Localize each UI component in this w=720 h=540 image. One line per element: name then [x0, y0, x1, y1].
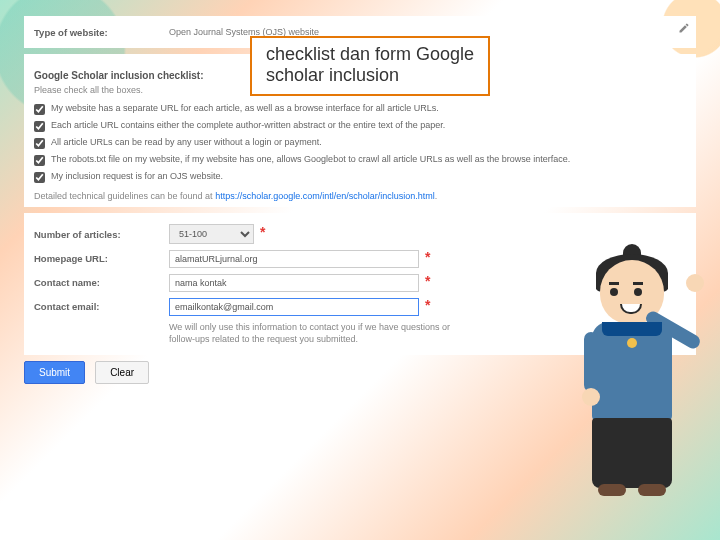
checklist-item-text: Each article URL contains either the com…: [51, 120, 445, 132]
checkbox-1[interactable]: [34, 104, 45, 115]
checklist-item-text: My website has a separate URL for each a…: [51, 103, 439, 115]
checklist-item-text: The robots.txt file on my website, if my…: [51, 154, 570, 166]
submit-button[interactable]: Submit: [24, 361, 85, 384]
checklist-item: My website has a separate URL for each a…: [34, 103, 686, 115]
checkbox-4[interactable]: [34, 155, 45, 166]
checklist-item: All article URLs can be read by any user…: [34, 137, 686, 149]
form-note: We will only use this information to con…: [169, 322, 469, 345]
contact-name-label: Contact name:: [34, 277, 169, 288]
contact-email-input[interactable]: [169, 298, 419, 316]
homepage-url-input[interactable]: [169, 250, 419, 268]
checklist-item-text: All article URLs can be read by any user…: [51, 137, 322, 149]
checklist-item: My inclusion request is for an OJS websi…: [34, 171, 686, 183]
required-marker: *: [425, 297, 430, 313]
required-marker: *: [425, 273, 430, 289]
checklist-item: Each article URL contains either the com…: [34, 120, 686, 132]
clear-button[interactable]: Clear: [95, 361, 149, 384]
checkbox-3[interactable]: [34, 138, 45, 149]
avatar-illustration: [562, 260, 702, 520]
checklist-item: The robots.txt file on my website, if my…: [34, 154, 686, 166]
checkbox-2[interactable]: [34, 121, 45, 132]
num-articles-label: Number of articles:: [34, 229, 169, 240]
homepage-url-label: Homepage URL:: [34, 253, 169, 264]
contact-name-input[interactable]: [169, 274, 419, 292]
type-of-website-label: Type of website:: [34, 27, 169, 38]
num-articles-select[interactable]: 51-100: [169, 224, 254, 244]
contact-email-label: Contact email:: [34, 301, 169, 312]
guidelines-text: Detailed technical guidelines can be fou…: [34, 191, 686, 201]
callout-box: checklist dan form Google scholar inclus…: [250, 36, 490, 96]
callout-line1: checklist dan form Google: [266, 44, 474, 64]
edit-icon[interactable]: [678, 22, 690, 36]
callout-line2: scholar inclusion: [266, 65, 399, 85]
required-marker: *: [425, 249, 430, 265]
guidelines-link[interactable]: https://scholar.google.com/intl/en/schol…: [215, 191, 435, 201]
checklist-item-text: My inclusion request is for an OJS websi…: [51, 171, 223, 183]
checkbox-5[interactable]: [34, 172, 45, 183]
required-marker: *: [260, 224, 265, 240]
